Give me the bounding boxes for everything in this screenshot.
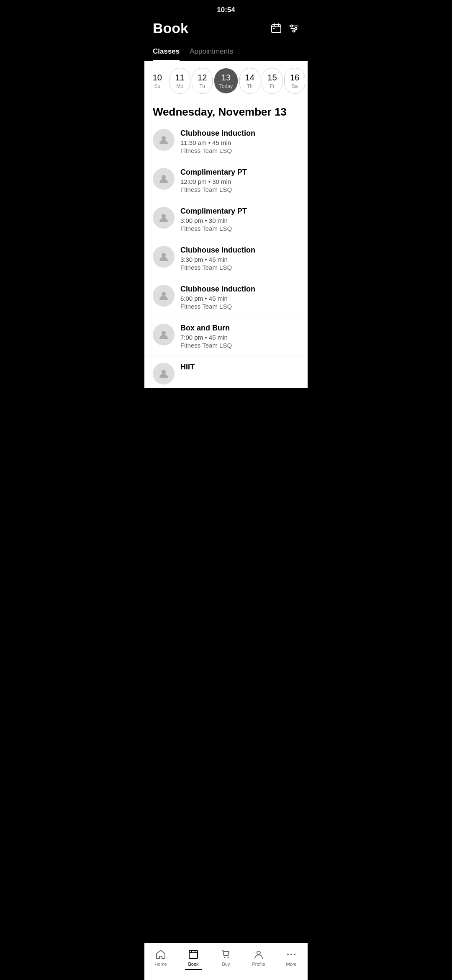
page-title: Book (153, 20, 188, 36)
tab-bar: Classes Appointments (144, 43, 308, 61)
svg-rect-0 (272, 25, 281, 33)
class-item[interactable]: Box and Burn 7:00 pm • 45 min Fitness Te… (144, 317, 308, 356)
class-details: Complimentary PT 3:00 pm • 30 min Fitnes… (180, 207, 299, 232)
day-12[interactable]: 12 Tu (192, 68, 213, 94)
class-details: Complimentary PT 12:00 pm • 30 min Fitne… (180, 168, 299, 193)
avatar (153, 324, 175, 346)
svg-point-11 (162, 136, 166, 140)
svg-point-17 (162, 370, 166, 374)
header: Book (144, 17, 308, 43)
svg-point-9 (295, 27, 297, 29)
avatar (153, 246, 175, 268)
day-13-today[interactable]: 13 Today (214, 68, 238, 93)
date-heading: Wednesday, November 13 (144, 99, 308, 122)
day-16[interactable]: 16 Sa (284, 68, 305, 94)
class-item[interactable]: Complimentary PT 3:00 pm • 30 min Fitnes… (144, 200, 308, 239)
calendar-section: 10 Su 11 Mo 12 Tu 13 Today 14 Th 15 Fr 1… (144, 61, 308, 99)
class-item[interactable]: Clubhouse Induction 3:30 pm • 45 min Fit… (144, 239, 308, 278)
svg-point-13 (162, 214, 166, 218)
filter-icon[interactable] (288, 23, 299, 34)
class-details: Box and Burn 7:00 pm • 45 min Fitness Te… (180, 324, 299, 349)
class-item[interactable]: Complimentary PT 12:00 pm • 30 min Fitne… (144, 161, 308, 200)
header-actions (271, 23, 299, 34)
status-time: 10:54 (217, 6, 235, 14)
class-item[interactable]: Clubhouse Induction 6:00 pm • 45 min Fit… (144, 278, 308, 317)
day-11[interactable]: 11 Mo (170, 68, 190, 94)
svg-rect-4 (273, 28, 275, 29)
day-14[interactable]: 14 Th (239, 68, 260, 94)
tab-appointments[interactable]: Appointments (190, 43, 233, 61)
avatar (153, 363, 175, 384)
day-15[interactable]: 15 Fr (262, 68, 282, 94)
svg-point-10 (293, 30, 295, 32)
class-list: Clubhouse Induction 11:30 am • 45 min Fi… (144, 122, 308, 388)
avatar (153, 207, 175, 229)
status-bar: 10:54 (144, 0, 308, 17)
avatar (153, 285, 175, 307)
class-details: Clubhouse Induction 11:30 am • 45 min Fi… (180, 129, 299, 154)
svg-point-8 (291, 25, 293, 27)
class-details: Clubhouse Induction 3:30 pm • 45 min Fit… (180, 246, 299, 271)
avatar (153, 129, 175, 151)
svg-point-14 (162, 253, 166, 257)
svg-point-12 (162, 175, 166, 179)
svg-point-15 (162, 292, 166, 296)
calendar-icon[interactable] (271, 23, 282, 34)
class-item-partial[interactable]: HIIT (144, 356, 308, 388)
class-details: Clubhouse Induction 6:00 pm • 45 min Fit… (180, 285, 299, 310)
class-item[interactable]: Clubhouse Induction 11:30 am • 45 min Fi… (144, 122, 308, 161)
svg-point-16 (162, 331, 166, 335)
class-details: HIIT (180, 363, 299, 373)
avatar (153, 168, 175, 190)
tab-classes[interactable]: Classes (153, 43, 180, 61)
day-10[interactable]: 10 Su (147, 68, 168, 93)
day-selector: 10 Su 11 Mo 12 Tu 13 Today 14 Th 15 Fr 1… (144, 68, 308, 94)
